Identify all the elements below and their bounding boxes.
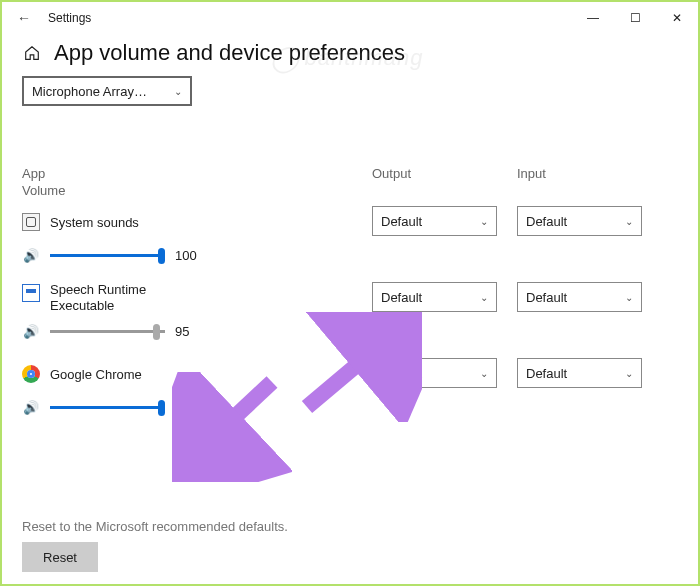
app-row-system-sounds: System sounds Default ⌄ Default ⌄ <box>2 206 698 246</box>
close-icon: ✕ <box>672 11 682 25</box>
speech-runtime-icon <box>22 284 40 302</box>
chevron-down-icon: ⌄ <box>625 292 633 303</box>
home-icon <box>23 44 41 62</box>
chevron-down-icon: ⌄ <box>480 216 488 227</box>
app-name: Speech Runtime Executable <box>50 282 180 315</box>
back-button[interactable]: ← <box>10 4 38 32</box>
slider-fill <box>50 254 165 257</box>
volume-value: 100 <box>175 400 205 415</box>
select-value: Default <box>526 366 567 381</box>
volume-slider[interactable] <box>50 398 165 416</box>
volume-icon[interactable]: 🔊 <box>22 322 40 340</box>
slider-thumb[interactable] <box>153 324 160 340</box>
chrome-icon <box>22 365 40 383</box>
volume-slider[interactable] <box>50 246 165 264</box>
maximize-button[interactable]: ☐ <box>614 4 656 32</box>
window-controls: — ☐ ✕ <box>572 4 698 32</box>
select-value: Default <box>381 214 422 229</box>
column-app-label: App <box>22 166 372 181</box>
volume-slider-row: 🔊 100 <box>2 398 698 434</box>
select-value: Default <box>526 214 567 229</box>
chevron-down-icon: ⌄ <box>480 292 488 303</box>
input-device-dropdown[interactable]: Microphone Array… ⌄ <box>22 76 192 106</box>
app-row-google-chrome: Google Chrome Default ⌄ Default ⌄ <box>2 358 698 398</box>
select-value: Default <box>381 366 422 381</box>
slider-fill <box>50 406 165 409</box>
volume-icon[interactable]: 🔊 <box>22 398 40 416</box>
input-device-select[interactable]: Default ⌄ <box>517 282 642 312</box>
slider-thumb[interactable] <box>158 248 165 264</box>
app-cell: Speech Runtime Executable <box>22 282 372 315</box>
maximize-icon: ☐ <box>630 11 641 25</box>
back-arrow-icon: ← <box>17 10 31 26</box>
app-name: Google Chrome <box>50 367 142 382</box>
input-device-select[interactable]: Default ⌄ <box>517 206 642 236</box>
title-bar: ← Settings — ☐ ✕ <box>2 2 698 34</box>
close-button[interactable]: ✕ <box>656 4 698 32</box>
select-value: Default <box>381 290 422 305</box>
slider-thumb[interactable] <box>158 400 165 416</box>
reset-area: Reset to the Microsoft recommended defau… <box>22 519 288 572</box>
system-sounds-icon <box>22 213 40 231</box>
chevron-down-icon: ⌄ <box>174 86 182 97</box>
output-device-select[interactable]: Default ⌄ <box>372 358 497 388</box>
volume-value: 100 <box>175 248 205 263</box>
columns-header: App Output Input <box>2 166 698 181</box>
input-device-value: Microphone Array… <box>32 84 147 99</box>
reset-button[interactable]: Reset <box>22 542 98 572</box>
slider-track <box>50 330 165 333</box>
column-output-label: Output <box>372 166 507 181</box>
chevron-down-icon: ⌄ <box>625 368 633 379</box>
volume-value: 95 <box>175 324 205 339</box>
volume-slider[interactable] <box>50 322 165 340</box>
output-device-select[interactable]: Default ⌄ <box>372 206 497 236</box>
volume-slider-row: 🔊 95 <box>2 322 698 358</box>
column-input-label: Input <box>517 166 652 181</box>
page-title: App volume and device preferences <box>54 40 405 66</box>
input-device-select[interactable]: Default ⌄ <box>517 358 642 388</box>
chevron-down-icon: ⌄ <box>625 216 633 227</box>
reset-description: Reset to the Microsoft recommended defau… <box>22 519 288 534</box>
page-header: App volume and device preferences <box>2 34 698 76</box>
app-row-speech-runtime: Speech Runtime Executable Default ⌄ Defa… <box>2 282 698 322</box>
minimize-icon: — <box>587 11 599 25</box>
minimize-button[interactable]: — <box>572 4 614 32</box>
select-value: Default <box>526 290 567 305</box>
window-title: Settings <box>48 11 91 25</box>
app-cell: System sounds <box>22 206 372 238</box>
app-name: System sounds <box>50 215 139 230</box>
volume-slider-row: 🔊 100 <box>2 246 698 282</box>
home-button[interactable] <box>22 43 42 63</box>
output-device-select[interactable]: Default ⌄ <box>372 282 497 312</box>
chevron-down-icon: ⌄ <box>480 368 488 379</box>
volume-subheader: Volume <box>2 181 698 206</box>
app-cell: Google Chrome <box>22 358 372 390</box>
volume-icon[interactable]: 🔊 <box>22 246 40 264</box>
